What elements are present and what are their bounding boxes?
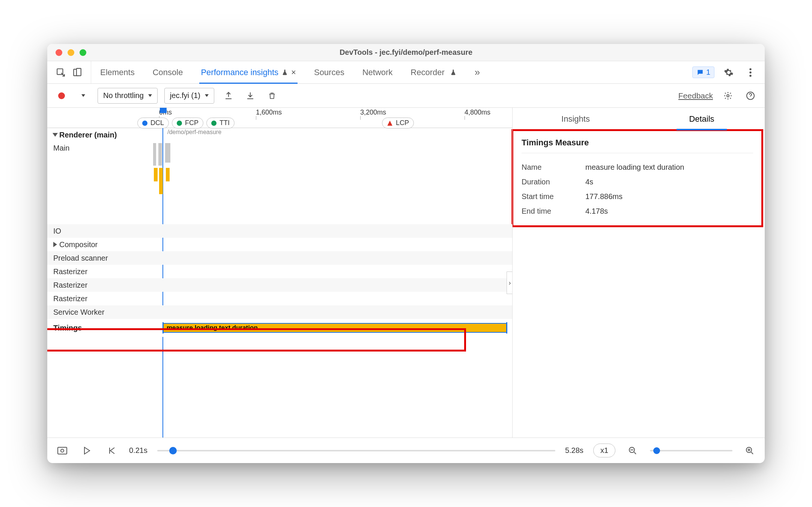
transport-end-time: 5.28s xyxy=(565,446,583,455)
throttling-label: No throttling xyxy=(103,91,144,100)
warning-icon xyxy=(387,120,393,126)
issue-count: 1 xyxy=(706,68,710,77)
track-rasterizer-3[interactable]: Rasterizer xyxy=(47,292,512,305)
titlebar: DevTools - jec.fyi/demo/perf-measure xyxy=(47,44,765,61)
zoom-out-icon[interactable] xyxy=(625,443,640,458)
track-compositor[interactable]: Compositor xyxy=(47,238,512,251)
detail-name: Namemeasure loading text duration xyxy=(522,160,753,175)
track-service-worker[interactable]: Service Worker xyxy=(47,305,512,319)
timings-measure-bar-label: measure loading text duration xyxy=(167,324,258,332)
window-title: DevTools - jec.fyi/demo/perf-measure xyxy=(340,48,472,57)
marker-pill-group: DCL FCP TTI xyxy=(137,118,235,128)
tab-performance-insights-label: Performance insights xyxy=(201,68,278,77)
playback-speed-chip[interactable]: x1 xyxy=(593,444,615,457)
timeline-pane[interactable]: 0ms 1,600ms 3,200ms 4,800ms DCL FCP TTI … xyxy=(47,108,513,438)
delete-icon[interactable] xyxy=(265,88,280,103)
export-icon[interactable] xyxy=(221,88,236,103)
timeline-rows: /demo/perf-measure Renderer (main) Main … xyxy=(47,128,512,438)
tab-sources[interactable]: Sources xyxy=(305,61,353,83)
transport-start-time: 0.21s xyxy=(129,446,147,455)
svg-point-5 xyxy=(749,74,751,76)
marker-label: LCP xyxy=(396,119,409,127)
chat-icon xyxy=(696,69,704,76)
tab-recorder-label: Recorder xyxy=(411,68,444,77)
details-tabs: Insights Details xyxy=(513,108,765,130)
perf-insights-toolbar: No throttling jec.fyi (1) Feedback xyxy=(47,84,765,108)
play-button[interactable] xyxy=(80,443,95,458)
skip-to-start-button[interactable] xyxy=(104,443,119,458)
record-button[interactable] xyxy=(54,88,69,103)
recording-label: jec.fyi (1) xyxy=(170,91,200,100)
tab-elements[interactable]: Elements xyxy=(91,61,144,83)
issues-badge[interactable]: 1 xyxy=(692,66,714,78)
feedback-link[interactable]: Feedback xyxy=(678,91,713,100)
throttling-select[interactable]: No throttling xyxy=(98,88,158,104)
more-tabs-button[interactable]: » xyxy=(466,61,489,83)
import-icon[interactable] xyxy=(243,88,258,103)
tab-console[interactable]: Console xyxy=(144,61,192,83)
tab-recorder[interactable]: Recorder xyxy=(401,61,465,83)
close-tab-icon[interactable]: × xyxy=(291,68,296,77)
traffic-lights xyxy=(56,49,86,56)
recording-select[interactable]: jec.fyi (1) xyxy=(164,88,214,104)
track-timings[interactable]: Timings measure loading text duration xyxy=(47,319,512,337)
track-label: Timings xyxy=(53,324,158,332)
details-pane: Insights Details Timings Measure Namemea… xyxy=(513,108,765,438)
playhead-handle[interactable] xyxy=(160,108,167,113)
marker-lcp[interactable]: LCP xyxy=(382,118,414,128)
marker-dcl[interactable]: DCL xyxy=(137,118,169,128)
panel-tabbar: Elements Console Performance insights × … xyxy=(47,61,765,84)
tab-details[interactable]: Details xyxy=(639,108,765,130)
svg-point-9 xyxy=(61,449,64,452)
zoom-in-icon[interactable] xyxy=(742,443,757,458)
ruler-tick: 1,600ms xyxy=(256,109,282,116)
zoom-slider[interactable] xyxy=(650,450,732,451)
marker-label: FCP xyxy=(185,119,198,127)
settings-icon[interactable] xyxy=(721,65,736,80)
svg-point-4 xyxy=(749,71,751,73)
track-io[interactable]: IO xyxy=(47,224,512,238)
ruler-tick: 3,200ms xyxy=(360,109,386,116)
marker-tti[interactable]: TTI xyxy=(206,118,235,128)
track-preload-scanner[interactable]: Preload scanner xyxy=(47,251,512,265)
panel-settings-icon[interactable] xyxy=(720,88,735,103)
sidebar-collapse-handle[interactable] xyxy=(507,272,513,294)
time-ruler[interactable]: 0ms 1,600ms 3,200ms 4,800ms DCL FCP TTI … xyxy=(47,108,512,128)
details-title: Timings Measure xyxy=(522,138,753,153)
time-slider[interactable] xyxy=(157,450,555,451)
svg-point-6 xyxy=(727,95,729,97)
main-content: 0ms 1,600ms 3,200ms 4,800ms DCL FCP TTI … xyxy=(47,108,765,438)
track-main[interactable]: Main xyxy=(47,142,512,224)
help-icon[interactable] xyxy=(743,88,758,103)
inspect-element-icon[interactable] xyxy=(53,65,68,80)
time-slider-thumb[interactable] xyxy=(169,447,177,454)
track-label: Main xyxy=(53,144,158,152)
tab-performance-insights[interactable]: Performance insights × xyxy=(192,61,305,83)
screenshot-toggle-icon[interactable] xyxy=(55,443,70,458)
flask-icon xyxy=(281,69,288,76)
tab-insights[interactable]: Insights xyxy=(513,108,639,130)
zoom-slider-thumb[interactable] xyxy=(653,447,660,454)
close-window-button[interactable] xyxy=(56,49,62,56)
zoom-window-button[interactable] xyxy=(80,49,86,56)
svg-rect-2 xyxy=(77,68,81,76)
transport-bar: 0.21s 5.28s x1 xyxy=(47,438,765,463)
detail-end-time: End time4.178s xyxy=(522,204,753,219)
minimize-window-button[interactable] xyxy=(68,49,74,56)
device-toolbar-icon[interactable] xyxy=(70,65,85,80)
tab-network[interactable]: Network xyxy=(353,61,402,83)
svg-rect-8 xyxy=(58,447,67,454)
devtools-window: DevTools - jec.fyi/demo/perf-measure Ele… xyxy=(47,44,765,463)
marker-fcp[interactable]: FCP xyxy=(172,118,203,128)
track-rasterizer-1[interactable]: Rasterizer xyxy=(47,265,512,278)
track-rasterizer-2[interactable]: Rasterizer xyxy=(47,278,512,292)
flask-icon xyxy=(450,69,457,76)
record-menu-button[interactable] xyxy=(76,88,91,103)
track-renderer-header[interactable]: Renderer (main) xyxy=(47,128,512,142)
svg-point-3 xyxy=(749,68,751,70)
timings-measure-bar[interactable]: measure loading text duration xyxy=(163,323,507,333)
marker-label: DCL xyxy=(150,119,164,127)
kebab-menu-icon[interactable] xyxy=(743,65,758,80)
detail-start-time: Start time177.886ms xyxy=(522,189,753,204)
ruler-tick: 4,800ms xyxy=(465,109,490,116)
